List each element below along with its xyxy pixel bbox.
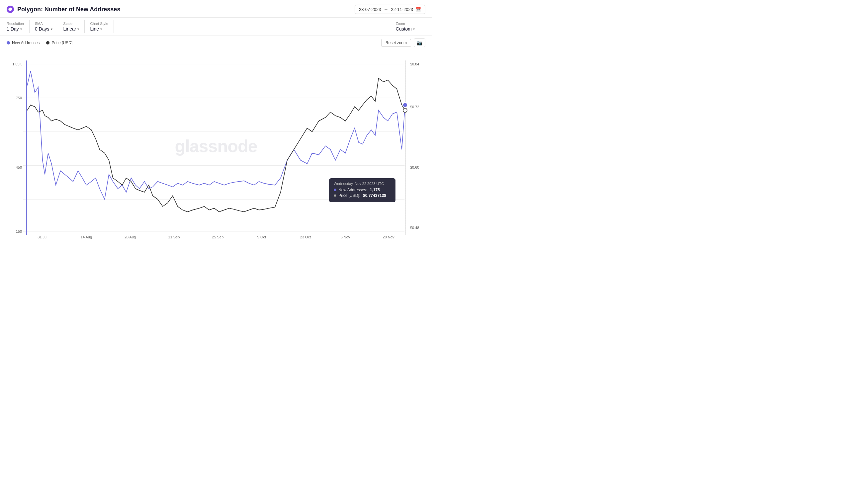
- svg-text:28 Aug: 28 Aug: [124, 235, 136, 239]
- svg-marker-0: [8, 7, 12, 11]
- resolution-value: 1 Day ▾: [7, 26, 24, 32]
- svg-text:6 Nov: 6 Nov: [341, 235, 350, 239]
- tooltip-new-addresses-label: New Addresses:: [338, 188, 367, 192]
- legend-label-new-addresses: New Addresses: [12, 40, 39, 45]
- svg-text:$0.72: $0.72: [410, 105, 419, 109]
- svg-text:25 Sep: 25 Sep: [212, 235, 224, 239]
- header: Polygon: Number of New Addresses 23-07-2…: [0, 0, 432, 17]
- tooltip-title: Wednesday, Nov 22 2023 UTC: [334, 182, 391, 185]
- sma-value: 0 Days ▾: [35, 26, 52, 32]
- tooltip-row-addresses: New Addresses: 1,175: [334, 188, 391, 192]
- zoom-value: Custom ▾: [396, 26, 415, 32]
- legend-dot-dark: [46, 41, 49, 45]
- calendar-icon: 📅: [416, 7, 421, 12]
- svg-text:750: 750: [16, 96, 22, 100]
- zoom-control[interactable]: Zoom Custom ▾: [396, 20, 420, 33]
- sma-label: SMA: [35, 22, 52, 26]
- legend-dot-blue: [7, 41, 10, 45]
- tooltip-new-addresses-value: 1,175: [370, 188, 380, 192]
- svg-text:23 Oct: 23 Oct: [300, 235, 311, 239]
- svg-text:9 Oct: 9 Oct: [257, 235, 266, 239]
- endpoint-price: [403, 108, 407, 112]
- chart-inner: glassnode 1.05K 750 450 150 $0.84 $0.72 …: [7, 50, 425, 242]
- scale-label: Scale: [63, 22, 79, 26]
- scale-control[interactable]: Scale Linear ▾: [63, 20, 85, 33]
- date-end: 22-11-2023: [391, 7, 413, 12]
- tooltip-price-label: Price [USD]:: [338, 193, 360, 198]
- resolution-control[interactable]: Resolution 1 Day ▾: [7, 20, 29, 33]
- page-title: Polygon: Number of New Addresses: [17, 6, 120, 13]
- controls-bar: Resolution 1 Day ▾ SMA 0 Days ▾ Scale Li…: [0, 17, 432, 36]
- svg-text:$0.60: $0.60: [410, 165, 419, 169]
- svg-text:11 Sep: 11 Sep: [168, 235, 180, 239]
- legend-actions: Reset zoom 📷: [381, 38, 425, 47]
- chart-style-value: Line ▾: [90, 26, 108, 32]
- svg-text:450: 450: [16, 165, 22, 169]
- date-range[interactable]: 23-07-2023 → 22-11-2023 📅: [355, 5, 425, 14]
- tooltip-dot-new-addresses: [334, 189, 336, 191]
- polygon-logo: [7, 5, 14, 13]
- date-start: 23-07-2023: [359, 7, 381, 12]
- scale-chevron: ▾: [77, 27, 79, 31]
- endpoint-blue: [403, 103, 407, 108]
- camera-button[interactable]: 📷: [414, 38, 425, 47]
- reset-zoom-button[interactable]: Reset zoom: [381, 39, 411, 47]
- tooltip-dot-price: [334, 194, 336, 197]
- legend-items: New Addresses Price [USD]: [7, 40, 72, 45]
- chart-svg: 1.05K 750 450 150 $0.84 $0.72 $0.60 $0.4…: [7, 50, 425, 242]
- zoom-label: Zoom: [396, 22, 415, 26]
- svg-text:$0.84: $0.84: [410, 62, 419, 66]
- sma-chevron: ▾: [51, 27, 52, 31]
- svg-text:1.05K: 1.05K: [12, 62, 22, 66]
- zoom-chevron: ▾: [413, 27, 415, 31]
- svg-text:14 Aug: 14 Aug: [81, 235, 92, 239]
- tooltip-price-value: $0.77437138: [363, 193, 386, 198]
- chart-style-control[interactable]: Chart Style Line ▾: [90, 20, 113, 33]
- svg-text:31 Jul: 31 Jul: [37, 235, 47, 239]
- legend-bar: New Addresses Price [USD] Reset zoom 📷: [0, 36, 432, 50]
- chart-style-label: Chart Style: [90, 22, 108, 26]
- resolution-label: Resolution: [7, 22, 24, 26]
- header-left: Polygon: Number of New Addresses: [7, 5, 120, 13]
- svg-text:150: 150: [16, 229, 22, 233]
- sma-control[interactable]: SMA 0 Days ▾: [35, 20, 58, 33]
- legend-new-addresses: New Addresses: [7, 40, 39, 45]
- tooltip: Wednesday, Nov 22 2023 UTC New Addresses…: [329, 178, 395, 202]
- resolution-chevron: ▾: [20, 27, 22, 31]
- tooltip-row-price: Price [USD]: $0.77437138: [334, 193, 391, 198]
- chart-style-chevron: ▾: [100, 27, 102, 31]
- scale-value: Linear ▾: [63, 26, 79, 32]
- chart-container: glassnode 1.05K 750 450 150 $0.84 $0.72 …: [0, 50, 432, 242]
- legend-label-price: Price [USD]: [51, 40, 72, 45]
- legend-price: Price [USD]: [46, 40, 72, 45]
- svg-text:$0.48: $0.48: [410, 226, 419, 230]
- date-separator: →: [384, 7, 388, 12]
- svg-text:20 Nov: 20 Nov: [383, 235, 395, 239]
